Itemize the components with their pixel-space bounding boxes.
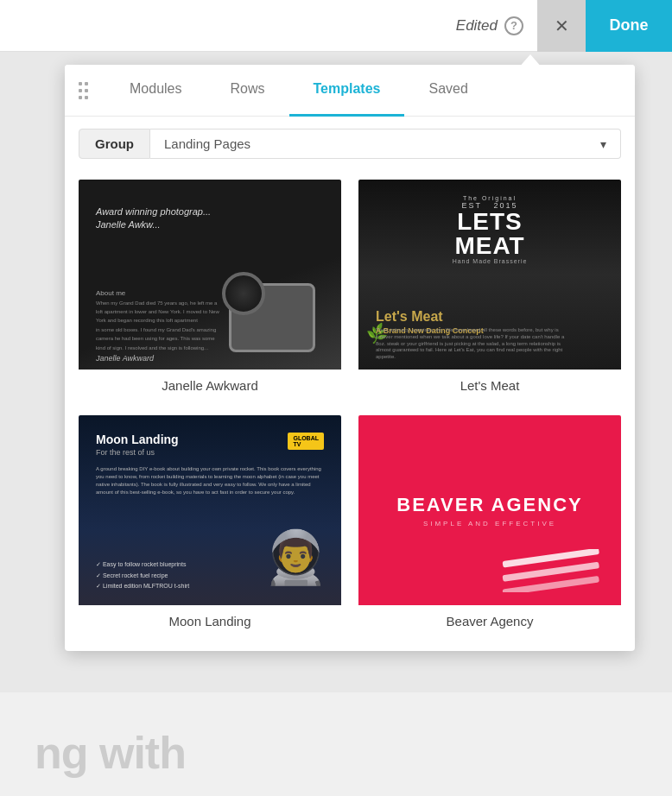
janelle-award-text: Award winning photograp...Janelle Awkw..… bbox=[96, 205, 211, 232]
tab-modules[interactable]: Modules bbox=[105, 65, 206, 117]
janelle-about: About meWhen my Grand Dad died 75 years … bbox=[96, 289, 219, 352]
tab-rows[interactable]: Rows bbox=[206, 65, 288, 117]
done-button[interactable]: Done bbox=[586, 0, 672, 52]
template-thumb-janelle: Award winning photograp...Janelle Awkw..… bbox=[79, 180, 341, 370]
letsmeat-sub: Hand Made Brasserie bbox=[424, 258, 555, 264]
beaver-sub: SIMPLE AND EFFECTIVE bbox=[423, 520, 556, 528]
template-card-beaver-agency[interactable]: BEAVER AGENCY SIMPLE AND EFFECTIVE Beave… bbox=[358, 415, 621, 634]
letsmeat-logo: The Original EST 2015 LETS MEAT Hand Mad… bbox=[424, 195, 555, 264]
background-page: ng with bbox=[0, 692, 672, 796]
janelle-lens bbox=[222, 272, 265, 315]
template-card-lets-meat[interactable]: The Original EST 2015 LETS MEAT Hand Mad… bbox=[358, 180, 621, 398]
template-name-moonlanding: Moon Landing bbox=[79, 605, 341, 634]
drag-dot bbox=[79, 96, 82, 99]
bg-text: ng with bbox=[35, 727, 186, 779]
filter-landing-pages-button[interactable]: Landing Pages ▾ bbox=[150, 129, 621, 159]
template-name-janelle: Janelle Awkward bbox=[79, 370, 341, 398]
template-name-beaver: Beaver Agency bbox=[358, 605, 621, 634]
help-icon[interactable]: ? bbox=[504, 16, 523, 35]
moonlanding-checklist: ✓ Easy to follow rocket blueprints ✓ Sec… bbox=[96, 559, 189, 592]
template-thumb-moonlanding: Moon Landing For the rest of us A ground… bbox=[79, 415, 341, 605]
template-thumb-letsmeat: The Original EST 2015 LETS MEAT Hand Mad… bbox=[358, 180, 621, 370]
nav-tabs: Modules Rows Templates Saved bbox=[105, 65, 621, 117]
filter-row: Group Landing Pages ▾ bbox=[65, 117, 635, 171]
edited-label: Edited bbox=[456, 17, 498, 35]
drag-dot bbox=[79, 82, 82, 85]
moonlanding-sub: For the rest of us bbox=[96, 448, 155, 457]
drag-dot bbox=[85, 89, 88, 92]
drag-dot bbox=[79, 89, 82, 92]
beaver-title: BEAVER AGENCY bbox=[396, 494, 582, 516]
filter-landing-label: Landing Pages bbox=[164, 136, 250, 151]
moonlanding-tv-badge: GLOBALTV bbox=[288, 433, 324, 450]
top-bar: Edited ? ✕ Done bbox=[0, 0, 672, 52]
top-bar-right: Edited ? ✕ Done bbox=[456, 0, 672, 52]
tab-saved[interactable]: Saved bbox=[404, 65, 491, 117]
letsmeat-est: The Original bbox=[424, 195, 555, 201]
moonlanding-title: Moon Landing bbox=[96, 433, 179, 446]
moonlanding-body: A ground breaking DIY e-book about build… bbox=[96, 465, 324, 496]
panel-nav: Modules Rows Templates Saved bbox=[65, 65, 635, 117]
template-card-janelle-awkward[interactable]: Award winning photograp...Janelle Awkw..… bbox=[79, 180, 341, 398]
template-card-moon-landing[interactable]: Moon Landing For the rest of us A ground… bbox=[79, 415, 341, 634]
beaver-pencils bbox=[500, 549, 612, 592]
drag-handle[interactable] bbox=[79, 82, 88, 99]
dropdown-arrow-icon: ▾ bbox=[600, 137, 606, 151]
filter-group-button[interactable]: Group bbox=[79, 129, 150, 159]
close-button[interactable]: ✕ bbox=[537, 0, 586, 52]
drag-dot bbox=[85, 96, 88, 99]
panel-container: Modules Rows Templates Saved Group Landi… bbox=[65, 65, 635, 651]
janelle-camera bbox=[229, 283, 315, 352]
janelle-signature: Janelle Awkward bbox=[96, 354, 154, 363]
letsmeat-small: Trust, intimacy, surprises, etc. We have… bbox=[376, 327, 564, 361]
templates-grid: Award winning photograp...Janelle Awkw..… bbox=[65, 171, 635, 651]
drag-dot bbox=[85, 82, 88, 85]
tab-templates[interactable]: Templates bbox=[289, 65, 405, 117]
moonlanding-astronaut: 👨‍🚀 bbox=[263, 527, 328, 588]
template-name-letsmeat: Let's Meat bbox=[358, 370, 621, 398]
letsmeat-brand: LETS MEAT bbox=[424, 210, 555, 258]
panel-arrow bbox=[518, 54, 542, 68]
template-thumb-beaver: BEAVER AGENCY SIMPLE AND EFFECTIVE bbox=[358, 415, 621, 605]
edited-area: Edited ? bbox=[456, 16, 537, 35]
